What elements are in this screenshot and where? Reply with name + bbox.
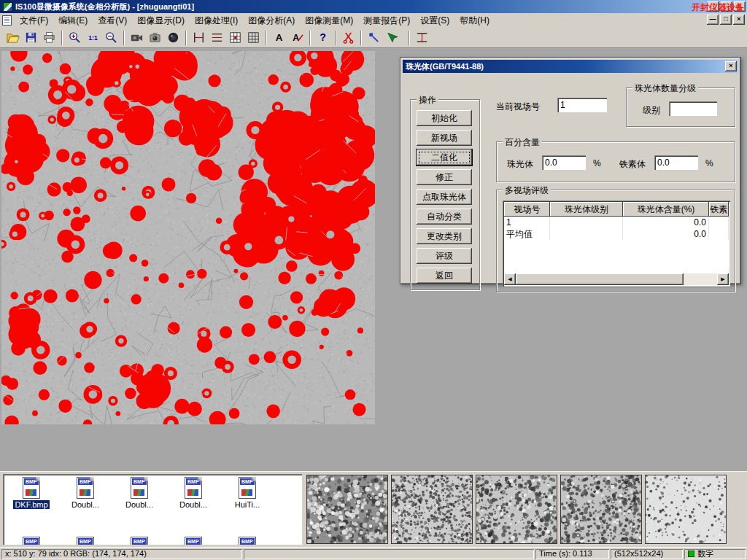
table-row[interactable]: 平均值 0.0 (504, 228, 729, 240)
help-button[interactable]: ? (314, 29, 332, 47)
file-name[interactable]: Doubl... (70, 500, 101, 509)
correct-button[interactable]: 修正 (417, 169, 472, 185)
file-item[interactable]: BMP Doubl... (112, 477, 166, 510)
svg-text:1:1: 1:1 (88, 34, 98, 42)
measure-width-button[interactable] (190, 29, 208, 47)
bmp-file-icon[interactable]: BMP (77, 537, 94, 545)
level-input[interactable] (669, 101, 717, 116)
zoom-in-button[interactable] (66, 29, 84, 47)
menu-settings[interactable]: 设置(S) (415, 13, 454, 28)
microscope-image[interactable] (1, 51, 375, 424)
camera-button[interactable] (146, 29, 164, 47)
auto-classify-button[interactable]: 自动分类 (417, 209, 472, 225)
actual-size-button[interactable]: 1:1 (84, 29, 102, 47)
bmp-file-icon[interactable]: BMP (131, 537, 148, 545)
col-field[interactable]: 视场号 (504, 202, 550, 217)
cell-level (550, 228, 623, 240)
mdi-close-button[interactable]: × (733, 15, 745, 25)
pearlite-input[interactable] (542, 155, 586, 170)
save-button[interactable] (22, 29, 40, 47)
col-pearlite-level[interactable]: 珠光体级别 (550, 202, 623, 217)
pick-blue-button[interactable] (365, 29, 383, 47)
dialog-close-button[interactable]: × (725, 61, 737, 71)
open-button[interactable] (4, 29, 22, 47)
file-name[interactable]: DKF.bmp (13, 500, 49, 509)
bmp-art (241, 489, 252, 496)
bmp-label: BMP (78, 538, 93, 545)
menu-image-measure[interactable]: 图像测量(M) (300, 13, 358, 28)
pick-green-button[interactable] (383, 29, 401, 47)
menu-help[interactable]: 帮助(H) (454, 13, 495, 28)
text-delete-button[interactable]: A (288, 29, 306, 47)
bmp-file-icon[interactable]: BMP (23, 537, 40, 545)
scroll-left-button[interactable]: ◀ (504, 273, 516, 285)
measure-lines-button[interactable] (208, 29, 226, 47)
grading-group-label: 珠光体数量分级 (632, 82, 698, 95)
bmp-file-icon: BMP (131, 477, 148, 499)
cell-field: 平均值 (504, 228, 550, 240)
pick-blue-icon (367, 31, 381, 44)
grid-button[interactable] (244, 29, 263, 47)
open-icon (6, 31, 20, 44)
measure-height-button[interactable] (413, 29, 431, 47)
lens-button[interactable] (164, 29, 182, 47)
ferrite-input[interactable] (654, 155, 698, 170)
scroll-thumb[interactable] (516, 273, 684, 285)
pearlite-label: 珠光体 (507, 158, 533, 171)
bmp-art (187, 489, 198, 496)
thumbnail-5[interactable] (645, 475, 727, 544)
bmp-file-icon: BMP (77, 477, 94, 499)
mdi-restore-button[interactable]: □ (720, 15, 732, 25)
thumbnail-2[interactable] (391, 475, 473, 544)
menu-image-process[interactable]: 图像处理(I) (190, 13, 243, 28)
menu-image-analysis[interactable]: 图像分析(A) (243, 13, 300, 28)
initialize-button[interactable]: 初始化 (417, 110, 472, 126)
menu-file[interactable]: 文件(F) (15, 13, 53, 28)
cut-icon (341, 31, 355, 44)
zoom-out-icon (104, 31, 118, 44)
scroll-right-button[interactable]: ▶ (717, 273, 729, 285)
zoom-out-button[interactable] (102, 29, 120, 47)
return-button[interactable]: 返回 (417, 268, 472, 284)
change-class-button[interactable]: 更改类别 (417, 228, 472, 244)
cut-button[interactable] (339, 29, 357, 47)
menu-view[interactable]: 查看(V) (93, 13, 132, 28)
file-name[interactable]: HuiTi... (233, 500, 261, 509)
mdi-minimize-button[interactable]: — (707, 15, 719, 25)
file-item[interactable]: BMP DKF.bmp (4, 477, 58, 510)
rate-button[interactable]: 评级 (417, 248, 472, 264)
menu-bar: 文件(F) 编辑(E) 查看(V) 图像显示(D) 图像处理(I) 图像分析(A… (0, 13, 747, 28)
bmp-file-icon[interactable]: BMP (185, 537, 202, 545)
file-name[interactable]: Doubl... (178, 500, 209, 509)
table-row[interactable]: 1 0.0 (504, 217, 729, 228)
thumbnail-1[interactable] (306, 475, 388, 544)
print-button[interactable] (40, 29, 58, 47)
file-name[interactable]: Doubl... (124, 500, 155, 509)
text-a-button[interactable]: A (270, 29, 288, 47)
menu-report[interactable]: 测量报告(P) (358, 13, 415, 28)
live-video-button[interactable] (128, 29, 146, 47)
menu-edit[interactable]: 编辑(E) (53, 13, 93, 28)
file-item[interactable]: BMP Doubl... (166, 477, 220, 510)
grid-icon (247, 31, 260, 44)
new-field-button[interactable]: 新视场 (417, 130, 472, 146)
col-ferrite[interactable]: 铁素 (709, 202, 729, 217)
bmp-fold (144, 477, 148, 481)
dialog-title-bar[interactable]: 珠光体(GB/T9441-88) × (403, 60, 738, 73)
application-window: IS100显微摄像系统(金相分析版) - [zhuguangti01] _ □ … (0, 0, 747, 560)
menu-image-display[interactable]: 图像显示(D) (132, 13, 190, 28)
grid-red-button[interactable] (226, 29, 244, 47)
binarize-button[interactable]: 二值化 (417, 149, 472, 166)
pick-pearlite-button[interactable]: 点取珠光体 (417, 189, 472, 205)
current-field-input[interactable] (557, 98, 607, 112)
bmp-file-icon[interactable]: BMP (239, 537, 256, 545)
bmp-fold (198, 477, 202, 481)
file-item[interactable]: BMP Doubl... (58, 477, 112, 510)
thumbnail-3[interactable] (476, 475, 557, 544)
thumbnail-4[interactable] (560, 475, 642, 544)
col-pearlite-content[interactable]: 珠光体含量(%) (623, 202, 709, 217)
file-item[interactable]: BMP HuiTi... (220, 477, 274, 510)
text-a-icon: A (272, 31, 286, 44)
document-icon[interactable] (2, 15, 12, 26)
scroll-track[interactable] (516, 273, 717, 285)
